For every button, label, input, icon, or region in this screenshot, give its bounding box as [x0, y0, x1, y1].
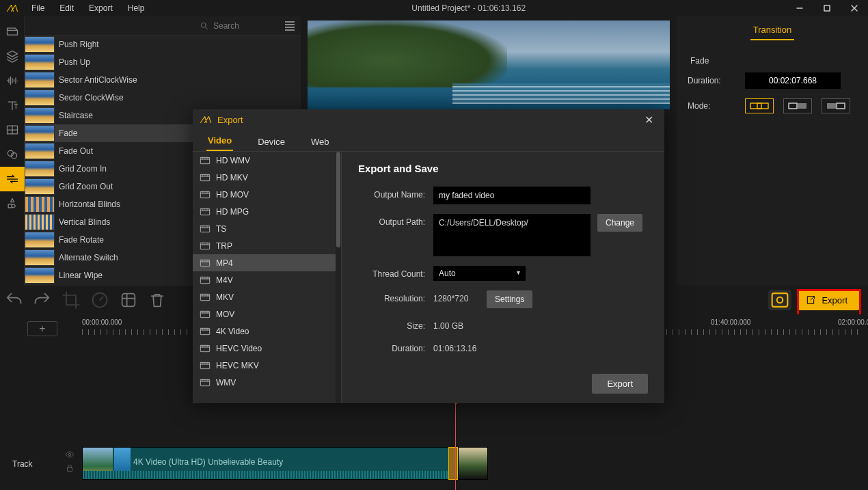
playhead[interactable] [455, 400, 456, 490]
transition-item[interactable]: Sector ClockWise [25, 89, 301, 107]
layers-icon[interactable] [0, 44, 25, 68]
format-item[interactable]: HD MKV [193, 169, 341, 186]
elements-icon[interactable] [0, 191, 25, 216]
format-item-label: 4K Video [216, 327, 249, 336]
delete-button[interactable] [148, 290, 167, 310]
transition-item[interactable]: Push Up [25, 53, 301, 71]
menu-help[interactable]: Help [121, 1, 152, 16]
export-confirm-button[interactable]: Export [592, 374, 648, 394]
format-item[interactable]: HEVC MKV [193, 357, 341, 374]
video-clip-2[interactable] [458, 447, 488, 480]
transition-item-label: Vertical Blinds [59, 217, 110, 227]
format-item[interactable]: MOV [193, 305, 341, 323]
split-icon[interactable] [0, 118, 25, 142]
menu-export[interactable]: Export [82, 1, 120, 16]
svg-rect-28 [200, 311, 209, 317]
output-path-label: Output Path: [358, 214, 433, 227]
export-settings-button[interactable] [768, 290, 791, 310]
size-label: Size: [358, 318, 433, 331]
svg-rect-18 [68, 467, 72, 471]
dialog-close-button[interactable]: ✕ [640, 112, 657, 128]
track-row[interactable]: 4K Video (Ultra HD) Unbelievable Beauty [82, 447, 861, 480]
undo-button[interactable] [4, 290, 23, 310]
video-preview [308, 21, 670, 109]
change-path-button[interactable]: Change [597, 214, 642, 232]
mode-overlap-button[interactable] [745, 98, 774, 113]
thread-count-select[interactable]: Auto [433, 266, 526, 281]
transition-thumb [25, 214, 55, 230]
transition-thumb [25, 249, 55, 266]
crop-button[interactable] [62, 290, 81, 310]
tab-web[interactable]: Web [310, 133, 331, 151]
duration-value: 01:06:13.16 [433, 340, 476, 353]
resolution-settings-button[interactable]: Settings [487, 290, 532, 308]
output-name-input[interactable] [433, 187, 591, 204]
output-path-input[interactable]: C:/Users/DELL/Desktop/ [433, 214, 591, 256]
video-file-icon [200, 190, 211, 200]
duration-input[interactable] [745, 72, 841, 89]
main-menu: File Edit Export Help [25, 1, 151, 16]
export-dialog: Export ✕ Video Device Web HD WMVHD MKVHD… [193, 109, 664, 403]
transition-item-label: Sector ClockWise [59, 93, 124, 103]
format-item[interactable]: HD MOV [193, 186, 341, 203]
svg-rect-7 [789, 103, 797, 109]
format-item[interactable]: HD MPG [193, 203, 341, 220]
mosaic-button[interactable] [119, 290, 138, 310]
format-item-label: TRP [216, 241, 232, 251]
video-file-icon [200, 275, 211, 285]
format-item-label: HEVC Video [216, 344, 262, 353]
transition-item[interactable]: Sector AntiClockWise [25, 71, 301, 89]
format-item[interactable]: 4K Video [193, 323, 341, 340]
redo-button[interactable] [33, 290, 52, 310]
mode-postfix-button[interactable] [822, 98, 850, 113]
format-item[interactable]: HD WMV [193, 152, 341, 169]
lock-icon[interactable] [65, 463, 74, 473]
output-name-label: Output Name: [358, 187, 433, 200]
format-item[interactable]: WMV [193, 374, 341, 391]
format-item-label: HD MPG [216, 207, 249, 217]
video-file-icon [200, 173, 211, 182]
close-button[interactable] [841, 0, 868, 16]
menu-file[interactable]: File [25, 1, 51, 16]
visibility-icon[interactable] [65, 450, 74, 459]
transition-marker[interactable] [448, 447, 458, 480]
search-input[interactable]: Search [29, 21, 280, 31]
transition-name-label: Fade [690, 56, 857, 66]
svg-point-16 [777, 297, 783, 303]
svg-rect-9 [827, 103, 836, 109]
resolution-value: 1280*720 [433, 290, 487, 303]
transition-item[interactable]: Push Right [25, 36, 301, 53]
text-icon[interactable] [0, 93, 25, 118]
format-item[interactable]: MKV [193, 288, 341, 305]
tab-device[interactable]: Device [256, 133, 286, 151]
export-button[interactable]: Export [797, 290, 860, 310]
transition-thumb [25, 143, 55, 159]
list-view-icon[interactable] [283, 19, 297, 33]
format-item[interactable]: TRP [193, 237, 341, 254]
video-file-icon [200, 207, 211, 217]
mode-prefix-button[interactable] [783, 98, 812, 113]
minimize-button[interactable] [786, 0, 813, 16]
svg-rect-15 [772, 293, 788, 307]
format-scrollbar[interactable] [336, 152, 341, 403]
tick-0: 00:00:00.000 [82, 318, 122, 326]
format-item[interactable]: M4V [193, 271, 341, 288]
overlay-icon[interactable] [0, 142, 25, 167]
svg-rect-22 [200, 208, 209, 215]
tab-transition[interactable]: Transition [750, 21, 795, 40]
video-clip-1[interactable]: 4K Video (Ultra HD) Unbelievable Beauty [82, 447, 451, 480]
svg-rect-24 [200, 243, 209, 249]
format-item[interactable]: TS [193, 220, 341, 237]
speed-button[interactable] [90, 290, 109, 310]
duration-label: Duration: [358, 340, 433, 353]
format-item[interactable]: HEVC Video [193, 340, 341, 357]
audio-icon[interactable] [0, 68, 25, 93]
format-item[interactable]: MP4 [193, 254, 341, 271]
tab-video[interactable]: Video [206, 131, 233, 151]
video-file-icon [200, 327, 211, 336]
transitions-icon[interactable] [0, 167, 25, 191]
menu-edit[interactable]: Edit [53, 1, 81, 16]
transition-thumb [25, 267, 55, 284]
media-icon[interactable] [0, 19, 25, 44]
maximize-button[interactable] [813, 0, 841, 16]
